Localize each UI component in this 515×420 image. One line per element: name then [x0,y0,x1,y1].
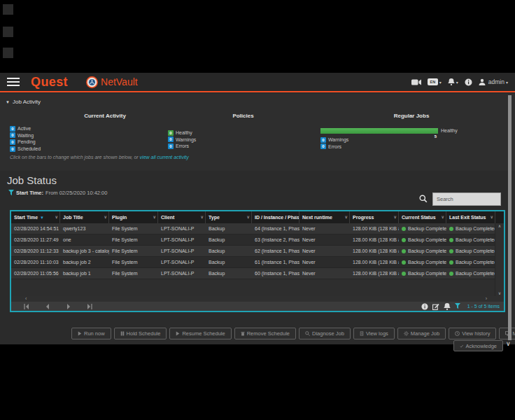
acknowledge-button[interactable]: Acknowledge [453,340,503,351]
status-green-dot-icon [402,272,406,276]
count-badge[interactable]: 0 [320,137,326,143]
column-menu-icon[interactable]: ∨ [345,211,348,223]
filter-funnel-icon[interactable] [455,303,460,309]
table-row[interactable]: 02/28/2020 14:54:51qwerty123File SystemL… [11,223,504,234]
prev-page-icon[interactable] [45,304,50,309]
column-header-last-exit-status[interactable]: Last Exit Status∨ [446,211,495,223]
chevron-down-icon: ▾ [456,80,458,85]
alerts-menu[interactable]: ▾ [448,78,458,85]
last-page-icon[interactable] [87,304,92,309]
column-menu-icon[interactable]: ∨ [201,211,204,223]
column-menu-icon[interactable]: ∨ [247,211,250,223]
column-header-next-runtime[interactable]: Next runtime∨ [299,211,350,223]
table-row[interactable]: 02/28/2020 11:27:49oneFile SystemLPT-SON… [11,234,504,246]
language-bubble-icon[interactable]: EN [428,78,438,85]
hamburger-menu-icon[interactable] [7,78,20,87]
user-menu[interactable]: admin ▾ [479,78,508,85]
column-menu-icon[interactable]: ∨ [442,211,444,223]
info-icon[interactable] [465,78,472,86]
view-history-button[interactable]: View history [449,328,496,340]
activity-count-item[interactable]: 0Waiting [10,132,41,139]
scroll-up-icon[interactable]: ∧ [498,223,501,229]
count-badge[interactable]: 0 [320,144,326,149]
column-header-type[interactable]: Type∨ [206,211,252,223]
count-badge[interactable]: 0 [168,136,174,142]
column-header-client[interactable]: Client∨ [158,211,206,223]
count-badge[interactable]: 0 [10,132,15,138]
cell-plugin: File System [109,223,158,234]
video-tutorials-icon[interactable] [411,79,421,85]
column-header-id-instance-phase[interactable]: ID / Instance / Phase∨ [252,211,299,223]
column-header-job-title[interactable]: Job Title∨ [60,211,109,223]
column-header-start-time[interactable]: Start Time▼∨ [11,211,60,223]
page-scrollbar[interactable] [508,95,512,340]
language-selector[interactable]: EN ▾ [428,78,442,85]
table-vertical-scrollbar[interactable]: ∧ ∨ [495,223,504,296]
hold-schedule-button[interactable]: Hold Schedule [114,328,167,340]
scroll-down-icon[interactable]: ∨ [498,290,501,296]
edit-icon[interactable] [432,303,439,310]
activity-count-item[interactable]: 0Scheduled [10,146,41,153]
cell-job-title: backup job 3 - catalog... [60,246,109,256]
activity-count-item[interactable]: 0Active [10,125,41,132]
button-label: Diagnose Job [312,330,344,337]
table-horizontal-scrollbar[interactable]: ‹ › [11,296,504,302]
activity-count-item[interactable]: 0Healthy [168,130,196,136]
column-menu-icon[interactable]: ∨ [55,211,58,223]
activity-label: Healthy [176,130,192,135]
monitor-button[interactable]: Monitor [499,328,515,340]
button-label: Monitor [512,330,515,337]
activity-count-item[interactable]: 0Pending [10,139,41,146]
column-menu-icon[interactable]: ∨ [104,211,107,223]
run-now-button[interactable]: Run now [71,328,111,340]
count-badge[interactable]: 0 [168,144,174,149]
diagnose-job-button[interactable]: Diagnose Job [299,328,351,340]
count-badge[interactable]: 0 [10,146,15,152]
manage-job-button[interactable]: Manage Job [397,328,446,340]
column-menu-icon[interactable]: ∨ [491,211,493,223]
table-row[interactable]: 02/28/2020 11:12:33backup job 3 - catalo… [11,246,504,257]
column-header-current-status[interactable]: Current Status∨ [399,211,446,223]
activity-caption: Click on the bars to change which jobs a… [10,155,189,160]
info-icon[interactable] [421,303,428,310]
table-row[interactable]: 02/28/2020 11:05:56backup job 1File Syst… [11,268,504,279]
activity-count-item[interactable]: 0Warnings [168,136,196,144]
bell-icon[interactable] [448,78,455,85]
count-badge[interactable]: 0 [10,139,15,145]
start-time-filter[interactable]: Start Time: From 02/25/2020 10:42:00 [8,190,107,196]
regular-jobs-healthy-bar[interactable]: 5 [320,128,438,134]
cell-progress: 128.00 KiB (128 KiB avg) [350,223,399,234]
table-row[interactable]: 02/28/2020 11:10:03backup job 2File Syst… [11,257,504,268]
activity-count-item[interactable]: 0Warnings [320,136,348,144]
next-page-icon[interactable] [66,304,71,309]
table-body: 02/28/2020 14:54:51qwerty123File SystemL… [11,223,504,296]
filter-funnel-icon [8,190,14,196]
page-scroll-down-icon[interactable]: ∨ [506,340,511,347]
scroll-left-icon[interactable]: ‹ [25,296,27,302]
cell-job-title: backup job 1 [60,268,109,279]
table-rows: 02/28/2020 14:54:51qwerty123File SystemL… [11,223,504,279]
button-label: View history [462,330,490,337]
bell-icon[interactable] [444,303,451,310]
cell-id-instance-phase: 63 (Instance 2, Phase 1) [252,234,299,245]
job-activity-panel: ▼ Job Activity Current Activity Policies… [0,94,515,171]
column-header-plugin[interactable]: Plugin∨ [109,211,158,223]
view-logs-button[interactable]: View logs [353,328,395,340]
resume-schedule-button[interactable]: Resume Schedule [169,328,231,340]
activity-count-item[interactable]: 0Errors [320,144,348,150]
view-all-current-activity-link[interactable]: view all current activity [140,155,189,160]
count-badge[interactable]: 0 [10,126,15,132]
column-menu-icon[interactable]: ∨ [153,211,156,223]
decoration-square [3,4,13,15]
search-input[interactable] [432,192,501,206]
app-header: Quest NetVault EN ▾ ▾ [0,73,515,92]
first-page-icon[interactable] [24,304,29,309]
column-menu-icon[interactable]: ∨ [295,211,297,223]
column-header-progress[interactable]: Progress∨ [350,211,399,223]
remove-schedule-button[interactable]: Remove Schedule [234,328,296,340]
activity-count-item[interactable]: 0Errors [168,143,196,150]
job-activity-toggle[interactable]: ▼ Job Activity [6,99,41,105]
column-menu-icon[interactable]: ∨ [394,211,397,223]
scroll-right-icon[interactable]: › [486,296,487,302]
count-badge[interactable]: 0 [168,130,174,136]
